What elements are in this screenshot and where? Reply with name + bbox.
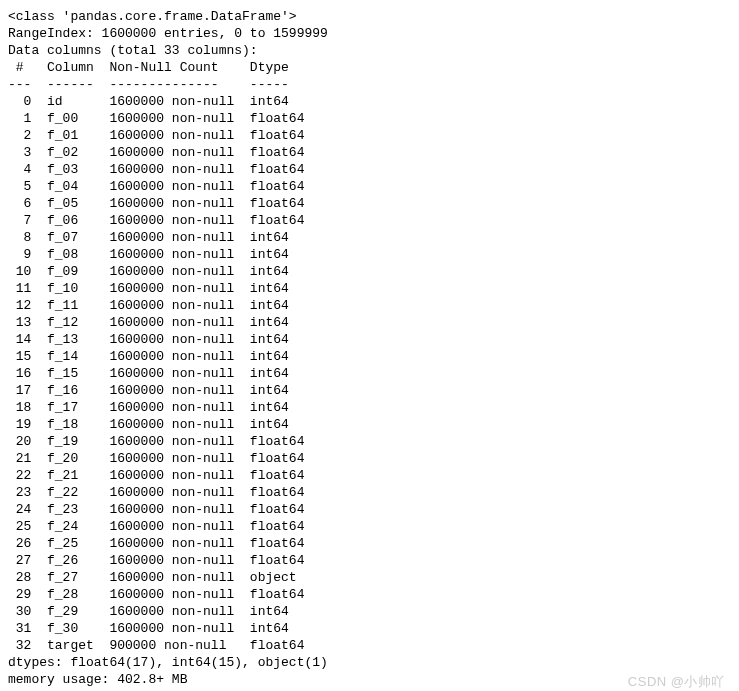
csdn-watermark: CSDN @小帅吖 [628,673,725,690]
info-output: <class 'pandas.core.frame.DataFrame'> Ra… [8,8,731,688]
